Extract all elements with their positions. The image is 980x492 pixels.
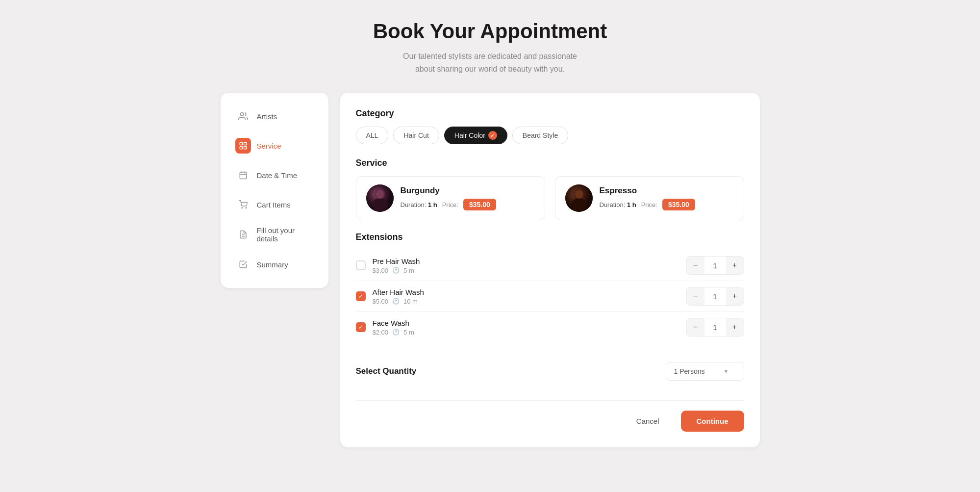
extension-item-after-hair-wash: ✓ After Hair Wash $5.00 🕐 10 m − 1 + bbox=[356, 281, 744, 312]
svg-rect-4 bbox=[244, 147, 246, 149]
page-header: Book Your Appointment Our talented styli… bbox=[373, 20, 607, 75]
tab-hair-cut[interactable]: Hair Cut bbox=[393, 127, 439, 144]
qty-plus-after-hair-wash[interactable]: + bbox=[726, 287, 744, 305]
service-meta-espresso: Duration: 1 h Price: $35.00 bbox=[600, 199, 734, 210]
svg-point-16 bbox=[376, 190, 384, 199]
checkbox-face-wash[interactable]: ✓ bbox=[356, 322, 366, 332]
sidebar-item-artists[interactable]: Artists bbox=[228, 103, 321, 130]
svg-rect-5 bbox=[240, 172, 247, 179]
qty-minus-after-hair-wash[interactable]: − bbox=[687, 287, 704, 305]
extension-info-after-hair-wash: After Hair Wash $5.00 🕐 10 m bbox=[373, 288, 679, 305]
extension-name-face-wash: Face Wash bbox=[373, 319, 679, 327]
selected-check-icon: ✓ bbox=[488, 131, 497, 140]
service-name-burgundy: Burgundy bbox=[401, 186, 535, 196]
service-icon bbox=[235, 138, 251, 154]
extension-meta-face-wash: $2.00 🕐 5 m bbox=[373, 329, 679, 336]
artists-icon bbox=[235, 108, 251, 124]
sidebar-item-summary[interactable]: Summary bbox=[228, 251, 321, 278]
extension-meta-after-hair-wash: $5.00 🕐 10 m bbox=[373, 298, 679, 305]
avatar-burgundy bbox=[366, 184, 394, 212]
qty-minus-pre-hair-wash[interactable]: − bbox=[687, 257, 704, 274]
qty-value-pre-hair-wash: 1 bbox=[704, 261, 726, 270]
page-subtitle: Our talented stylists are dedicated and … bbox=[373, 50, 607, 75]
service-info-espresso: Espresso Duration: 1 h Price: $35.00 bbox=[600, 186, 734, 210]
svg-point-15 bbox=[372, 198, 388, 212]
svg-point-9 bbox=[242, 207, 243, 208]
service-meta-burgundy: Duration: 1 h Price: $35.00 bbox=[401, 199, 535, 210]
extension-item-pre-hair-wash: Pre Hair Wash $3.00 🕐 5 m − 1 + bbox=[356, 250, 744, 281]
svg-rect-3 bbox=[240, 147, 242, 149]
clock-icon-0: 🕐 bbox=[392, 267, 400, 274]
qty-minus-face-wash[interactable]: − bbox=[687, 318, 704, 336]
sidebar-label-artists: Artists bbox=[257, 112, 277, 121]
sidebar-label-fill-details: Fill out your details bbox=[257, 226, 314, 243]
extension-name-pre-hair-wash: Pre Hair Wash bbox=[373, 257, 679, 265]
svg-point-20 bbox=[575, 190, 583, 199]
service-card-burgundy[interactable]: Burgundy Duration: 1 h Price: $35.00 bbox=[356, 176, 545, 220]
sidebar-item-service[interactable]: Service bbox=[228, 132, 321, 159]
select-quantity-label: Select Quantity bbox=[356, 366, 417, 376]
tab-beard-style[interactable]: Beard Style bbox=[512, 127, 568, 144]
tab-hair-color[interactable]: Hair Color ✓ bbox=[444, 127, 507, 144]
checkbox-pre-hair-wash[interactable] bbox=[356, 260, 366, 270]
quantity-control-pre-hair-wash: − 1 + bbox=[686, 256, 744, 275]
quantity-control-after-hair-wash: − 1 + bbox=[686, 287, 744, 306]
category-title: Category bbox=[356, 108, 744, 119]
service-info-burgundy: Burgundy Duration: 1 h Price: $35.00 bbox=[401, 186, 535, 210]
page-title: Book Your Appointment bbox=[373, 20, 607, 43]
tab-all[interactable]: ALL bbox=[356, 127, 389, 144]
service-card-espresso[interactable]: Espresso Duration: 1 h Price: $35.00 bbox=[555, 176, 744, 220]
cart-icon bbox=[235, 197, 251, 212]
svg-rect-1 bbox=[240, 142, 242, 145]
sidebar-item-date-time[interactable]: Date & Time bbox=[228, 161, 321, 189]
price-badge-burgundy: $35.00 bbox=[463, 199, 496, 210]
clock-icon-1: 🕐 bbox=[392, 298, 400, 305]
main-layout: Artists Service bbox=[221, 93, 760, 447]
extension-info-pre-hair-wash: Pre Hair Wash $3.00 🕐 5 m bbox=[373, 257, 679, 274]
sidebar: Artists Service bbox=[221, 93, 328, 288]
extensions-title: Extensions bbox=[356, 232, 744, 242]
svg-point-0 bbox=[240, 113, 244, 116]
avatar-espresso bbox=[565, 184, 593, 212]
chevron-down-icon: ▾ bbox=[725, 368, 728, 375]
checkbox-after-hair-wash[interactable]: ✓ bbox=[356, 291, 366, 301]
service-title: Service bbox=[356, 158, 744, 168]
clock-icon-2: 🕐 bbox=[392, 329, 400, 336]
sidebar-label-date-time: Date & Time bbox=[257, 171, 298, 180]
service-cards: Burgundy Duration: 1 h Price: $35.00 bbox=[356, 176, 744, 220]
service-section: Service bbox=[356, 158, 744, 220]
svg-point-10 bbox=[246, 207, 247, 208]
footer-buttons: Cancel Continue bbox=[356, 400, 744, 432]
extension-info-face-wash: Face Wash $2.00 🕐 5 m bbox=[373, 319, 679, 336]
sidebar-label-summary: Summary bbox=[257, 260, 288, 269]
extension-item-face-wash: ✓ Face Wash $2.00 🕐 5 m − 1 + bbox=[356, 312, 744, 342]
price-badge-espresso: $35.00 bbox=[662, 199, 695, 210]
service-name-espresso: Espresso bbox=[600, 186, 734, 196]
qty-value-face-wash: 1 bbox=[704, 323, 726, 332]
sidebar-item-cart-items[interactable]: Cart Items bbox=[228, 191, 321, 218]
svg-rect-2 bbox=[244, 142, 246, 145]
summary-icon bbox=[235, 257, 251, 272]
cancel-button[interactable]: Cancel bbox=[623, 411, 673, 432]
sidebar-item-fill-details[interactable]: Fill out your details bbox=[228, 220, 321, 249]
qty-plus-pre-hair-wash[interactable]: + bbox=[726, 257, 744, 274]
category-tabs: ALL Hair Cut Hair Color ✓ Beard Style bbox=[356, 127, 744, 144]
qty-plus-face-wash[interactable]: + bbox=[726, 318, 744, 336]
extension-name-after-hair-wash: After Hair Wash bbox=[373, 288, 679, 296]
extension-meta-pre-hair-wash: $3.00 🕐 5 m bbox=[373, 267, 679, 274]
sidebar-label-service: Service bbox=[257, 142, 281, 150]
svg-point-19 bbox=[571, 198, 587, 212]
extensions-section: Extensions Pre Hair Wash $3.00 🕐 5 m − bbox=[356, 232, 744, 342]
sidebar-label-cart-items: Cart Items bbox=[257, 201, 291, 209]
quantity-control-face-wash: − 1 + bbox=[686, 318, 744, 337]
continue-button[interactable]: Continue bbox=[681, 411, 744, 432]
main-content: Category ALL Hair Cut Hair Color ✓ Beard… bbox=[340, 93, 760, 447]
extensions-list: Pre Hair Wash $3.00 🕐 5 m − 1 + ✓ bbox=[356, 250, 744, 342]
quantity-select-dropdown[interactable]: 1 Persons ▾ bbox=[666, 362, 744, 381]
select-quantity-row: Select Quantity 1 Persons ▾ bbox=[356, 354, 744, 385]
calendar-icon bbox=[235, 167, 251, 183]
details-icon bbox=[235, 227, 251, 242]
qty-value-after-hair-wash: 1 bbox=[704, 292, 726, 301]
